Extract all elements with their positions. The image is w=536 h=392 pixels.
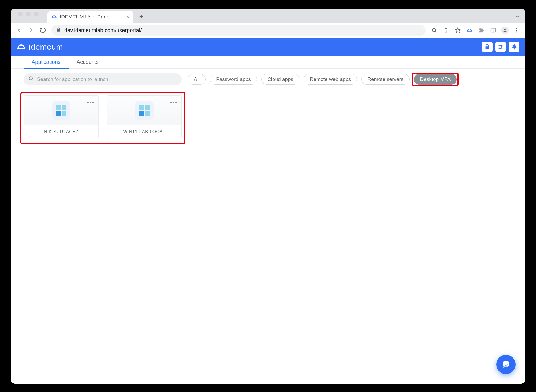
tab-title: IDEMEUM User Portal: [60, 14, 124, 20]
card-label: WIN11-LAB-LOCAL: [107, 125, 181, 139]
filter-settings-button[interactable]: [495, 42, 506, 52]
browser-tab[interactable]: IDEMEUM User Portal ×: [47, 11, 133, 23]
filter-chip-password-apps[interactable]: Password apps: [210, 74, 257, 85]
chip-label: All: [194, 76, 199, 82]
chip-label: Remote servers: [367, 76, 403, 82]
browser-window: IDEMEUM User Portal × + dev.idemeumlab.c…: [11, 9, 525, 384]
card-menu-icon[interactable]: •••: [87, 99, 95, 106]
chip-label: Cloud apps: [267, 76, 293, 82]
settings-gear-button[interactable]: [509, 42, 519, 52]
cards-grid: ••• NIK-SURFACE7 ••• WIN11-LAB-LOCAL: [24, 95, 512, 139]
search-box[interactable]: [24, 73, 182, 85]
svg-rect-5: [491, 28, 496, 32]
bookmark-star-icon[interactable]: [453, 25, 463, 35]
svg-point-17: [499, 48, 500, 49]
svg-rect-20: [503, 361, 509, 366]
brand-logo-icon: [17, 42, 26, 51]
forward-button[interactable]: [26, 25, 36, 35]
svg-line-2: [435, 31, 437, 33]
filter-chip-cloud-apps[interactable]: Cloud apps: [261, 74, 299, 85]
tab-close-icon[interactable]: ×: [126, 14, 129, 20]
card-menu-icon[interactable]: •••: [170, 99, 178, 106]
vault-button[interactable]: [482, 42, 493, 52]
reload-button[interactable]: [38, 25, 48, 35]
svg-marker-3: [455, 28, 460, 33]
extensions-puzzle-icon[interactable]: [477, 25, 486, 35]
filter-chip-desktop-mfa[interactable]: Desktop MFA: [414, 74, 457, 85]
app-card[interactable]: ••• NIK-SURFACE7: [24, 95, 99, 139]
chat-icon: [501, 360, 511, 369]
maximize-window-icon[interactable]: [34, 12, 39, 16]
svg-point-18: [29, 77, 32, 80]
windows-icon: [135, 101, 154, 120]
svg-point-8: [516, 28, 517, 29]
new-tab-button[interactable]: +: [136, 11, 147, 22]
filter-chip-remote-web-apps[interactable]: Remote web apps: [304, 74, 357, 85]
search-icon: [28, 76, 34, 83]
search-input[interactable]: [37, 76, 177, 82]
header-actions: [482, 42, 519, 52]
tabs-dropdown-icon[interactable]: [515, 13, 520, 21]
cards-area: ••• NIK-SURFACE7 ••• WIN11-LAB-LOCAL: [11, 90, 525, 144]
page-tabs: Applications Accounts: [11, 56, 525, 69]
tab-label: Accounts: [77, 59, 99, 65]
tab-applications[interactable]: Applications: [24, 56, 69, 68]
close-window-icon[interactable]: [18, 12, 23, 16]
tab-favicon-icon: [51, 14, 57, 20]
browser-toolbar: dev.idemeumlab.com/userportal/: [11, 23, 525, 38]
address-bar[interactable]: dev.idemeumlab.com/userportal/: [51, 25, 426, 36]
intercom-launcher[interactable]: [496, 355, 516, 374]
filter-chips: All Password apps Cloud apps Remote web …: [188, 74, 457, 85]
brand[interactable]: idemeum: [17, 42, 63, 51]
chip-label: Desktop MFA: [420, 76, 451, 82]
tab-label: Applications: [32, 59, 61, 65]
chip-label: Remote web apps: [310, 76, 351, 82]
side-panel-icon[interactable]: [488, 25, 498, 35]
share-icon[interactable]: [441, 25, 451, 35]
browser-menu-icon[interactable]: [512, 25, 522, 35]
url-text: dev.idemeumlab.com/userportal/: [64, 27, 142, 33]
windows-icon: [52, 101, 70, 120]
svg-point-9: [516, 30, 517, 31]
lock-icon: [56, 27, 61, 33]
zoom-icon[interactable]: [429, 25, 439, 35]
card-label: NIK-SURFACE7: [24, 125, 98, 139]
svg-point-15: [501, 46, 502, 47]
back-button[interactable]: [14, 25, 24, 35]
app-card[interactable]: ••• WIN11-LAB-LOCAL: [107, 95, 182, 139]
brand-name: idemeum: [29, 42, 63, 51]
filters-row: All Password apps Cloud apps Remote web …: [11, 69, 525, 90]
svg-point-13: [499, 45, 500, 46]
minimize-window-icon[interactable]: [26, 12, 31, 16]
tab-accounts[interactable]: Accounts: [69, 56, 107, 68]
svg-point-1: [432, 28, 436, 32]
profile-avatar-icon[interactable]: [500, 25, 510, 35]
window-controls[interactable]: [16, 12, 41, 20]
svg-point-7: [504, 29, 506, 30]
filter-chip-all[interactable]: All: [188, 74, 206, 85]
filter-chip-remote-servers[interactable]: Remote servers: [361, 74, 410, 85]
extension-idemeum-icon[interactable]: [465, 25, 474, 35]
svg-line-19: [32, 79, 33, 80]
app-header: idemeum: [11, 38, 525, 56]
svg-point-10: [516, 32, 517, 33]
chip-label: Password apps: [216, 76, 251, 82]
browser-tab-strip: IDEMEUM User Portal × +: [11, 9, 525, 23]
